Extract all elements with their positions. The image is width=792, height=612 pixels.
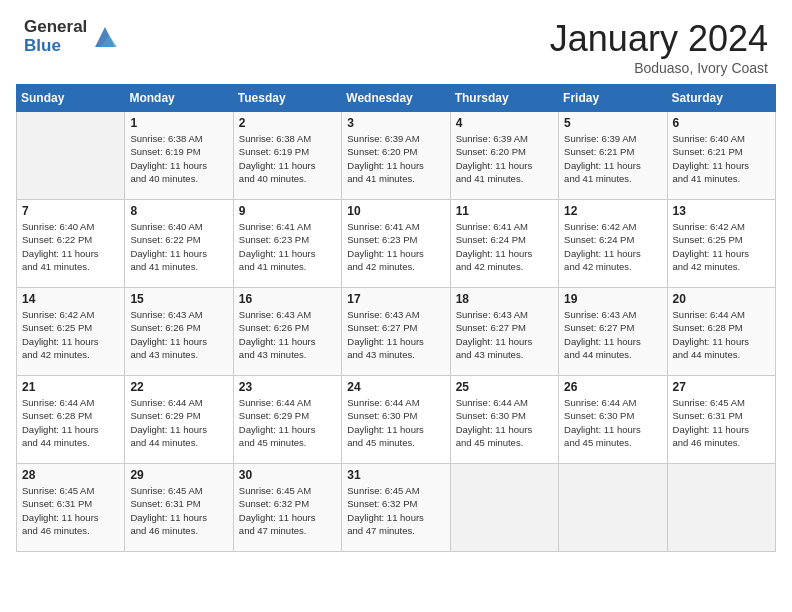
day-number: 17 — [347, 292, 444, 306]
calendar-week-5: 28Sunrise: 6:45 AM Sunset: 6:31 PM Dayli… — [17, 464, 776, 552]
day-number: 23 — [239, 380, 336, 394]
calendar-cell: 9Sunrise: 6:41 AM Sunset: 6:23 PM Daylig… — [233, 200, 341, 288]
calendar-cell: 17Sunrise: 6:43 AM Sunset: 6:27 PM Dayli… — [342, 288, 450, 376]
day-number: 1 — [130, 116, 227, 130]
logo: General Blue — [24, 18, 119, 55]
calendar-cell: 13Sunrise: 6:42 AM Sunset: 6:25 PM Dayli… — [667, 200, 775, 288]
calendar-cell: 31Sunrise: 6:45 AM Sunset: 6:32 PM Dayli… — [342, 464, 450, 552]
location: Boduaso, Ivory Coast — [550, 60, 768, 76]
calendar-cell: 12Sunrise: 6:42 AM Sunset: 6:24 PM Dayli… — [559, 200, 667, 288]
weekday-header-friday: Friday — [559, 85, 667, 112]
day-number: 28 — [22, 468, 119, 482]
day-info: Sunrise: 6:45 AM Sunset: 6:31 PM Dayligh… — [130, 484, 227, 537]
day-info: Sunrise: 6:44 AM Sunset: 6:29 PM Dayligh… — [130, 396, 227, 449]
calendar-body: 1Sunrise: 6:38 AM Sunset: 6:19 PM Daylig… — [17, 112, 776, 552]
calendar-week-2: 7Sunrise: 6:40 AM Sunset: 6:22 PM Daylig… — [17, 200, 776, 288]
calendar-cell: 18Sunrise: 6:43 AM Sunset: 6:27 PM Dayli… — [450, 288, 558, 376]
day-info: Sunrise: 6:40 AM Sunset: 6:21 PM Dayligh… — [673, 132, 770, 185]
weekday-header-saturday: Saturday — [667, 85, 775, 112]
calendar-cell: 26Sunrise: 6:44 AM Sunset: 6:30 PM Dayli… — [559, 376, 667, 464]
day-info: Sunrise: 6:41 AM Sunset: 6:24 PM Dayligh… — [456, 220, 553, 273]
day-number: 8 — [130, 204, 227, 218]
day-info: Sunrise: 6:39 AM Sunset: 6:20 PM Dayligh… — [347, 132, 444, 185]
calendar-cell: 11Sunrise: 6:41 AM Sunset: 6:24 PM Dayli… — [450, 200, 558, 288]
day-info: Sunrise: 6:45 AM Sunset: 6:31 PM Dayligh… — [22, 484, 119, 537]
day-info: Sunrise: 6:44 AM Sunset: 6:28 PM Dayligh… — [673, 308, 770, 361]
day-number: 18 — [456, 292, 553, 306]
calendar-cell: 30Sunrise: 6:45 AM Sunset: 6:32 PM Dayli… — [233, 464, 341, 552]
calendar-cell: 29Sunrise: 6:45 AM Sunset: 6:31 PM Dayli… — [125, 464, 233, 552]
calendar-week-4: 21Sunrise: 6:44 AM Sunset: 6:28 PM Dayli… — [17, 376, 776, 464]
calendar-cell: 14Sunrise: 6:42 AM Sunset: 6:25 PM Dayli… — [17, 288, 125, 376]
day-info: Sunrise: 6:45 AM Sunset: 6:31 PM Dayligh… — [673, 396, 770, 449]
calendar-cell: 23Sunrise: 6:44 AM Sunset: 6:29 PM Dayli… — [233, 376, 341, 464]
logo-general: General — [24, 18, 87, 37]
calendar-cell: 19Sunrise: 6:43 AM Sunset: 6:27 PM Dayli… — [559, 288, 667, 376]
calendar-wrapper: SundayMondayTuesdayWednesdayThursdayFrid… — [0, 84, 792, 568]
calendar-cell: 24Sunrise: 6:44 AM Sunset: 6:30 PM Dayli… — [342, 376, 450, 464]
day-info: Sunrise: 6:45 AM Sunset: 6:32 PM Dayligh… — [347, 484, 444, 537]
calendar-cell: 5Sunrise: 6:39 AM Sunset: 6:21 PM Daylig… — [559, 112, 667, 200]
day-number: 21 — [22, 380, 119, 394]
calendar-cell: 25Sunrise: 6:44 AM Sunset: 6:30 PM Dayli… — [450, 376, 558, 464]
calendar-cell — [450, 464, 558, 552]
day-info: Sunrise: 6:44 AM Sunset: 6:28 PM Dayligh… — [22, 396, 119, 449]
calendar-cell: 21Sunrise: 6:44 AM Sunset: 6:28 PM Dayli… — [17, 376, 125, 464]
logo-blue: Blue — [24, 37, 87, 56]
day-number: 16 — [239, 292, 336, 306]
calendar-cell: 1Sunrise: 6:38 AM Sunset: 6:19 PM Daylig… — [125, 112, 233, 200]
calendar-cell: 2Sunrise: 6:38 AM Sunset: 6:19 PM Daylig… — [233, 112, 341, 200]
day-info: Sunrise: 6:45 AM Sunset: 6:32 PM Dayligh… — [239, 484, 336, 537]
title-block: January 2024 Boduaso, Ivory Coast — [550, 18, 768, 76]
day-number: 11 — [456, 204, 553, 218]
calendar-cell: 15Sunrise: 6:43 AM Sunset: 6:26 PM Dayli… — [125, 288, 233, 376]
day-info: Sunrise: 6:44 AM Sunset: 6:30 PM Dayligh… — [347, 396, 444, 449]
day-number: 24 — [347, 380, 444, 394]
day-number: 19 — [564, 292, 661, 306]
calendar-week-1: 1Sunrise: 6:38 AM Sunset: 6:19 PM Daylig… — [17, 112, 776, 200]
header: General Blue January 2024 Boduaso, Ivory… — [0, 0, 792, 84]
month-title: January 2024 — [550, 18, 768, 60]
calendar-cell: 22Sunrise: 6:44 AM Sunset: 6:29 PM Dayli… — [125, 376, 233, 464]
day-number: 10 — [347, 204, 444, 218]
weekday-header-tuesday: Tuesday — [233, 85, 341, 112]
calendar-cell: 3Sunrise: 6:39 AM Sunset: 6:20 PM Daylig… — [342, 112, 450, 200]
day-number: 15 — [130, 292, 227, 306]
weekday-header-sunday: Sunday — [17, 85, 125, 112]
day-info: Sunrise: 6:40 AM Sunset: 6:22 PM Dayligh… — [22, 220, 119, 273]
calendar-cell: 8Sunrise: 6:40 AM Sunset: 6:22 PM Daylig… — [125, 200, 233, 288]
calendar-cell: 6Sunrise: 6:40 AM Sunset: 6:21 PM Daylig… — [667, 112, 775, 200]
day-info: Sunrise: 6:39 AM Sunset: 6:21 PM Dayligh… — [564, 132, 661, 185]
day-info: Sunrise: 6:42 AM Sunset: 6:25 PM Dayligh… — [673, 220, 770, 273]
calendar-cell: 28Sunrise: 6:45 AM Sunset: 6:31 PM Dayli… — [17, 464, 125, 552]
day-number: 14 — [22, 292, 119, 306]
calendar-cell — [559, 464, 667, 552]
calendar-cell — [667, 464, 775, 552]
day-number: 5 — [564, 116, 661, 130]
weekday-header-thursday: Thursday — [450, 85, 558, 112]
day-info: Sunrise: 6:43 AM Sunset: 6:26 PM Dayligh… — [130, 308, 227, 361]
calendar-cell: 7Sunrise: 6:40 AM Sunset: 6:22 PM Daylig… — [17, 200, 125, 288]
day-info: Sunrise: 6:38 AM Sunset: 6:19 PM Dayligh… — [239, 132, 336, 185]
day-info: Sunrise: 6:40 AM Sunset: 6:22 PM Dayligh… — [130, 220, 227, 273]
day-number: 31 — [347, 468, 444, 482]
calendar-week-3: 14Sunrise: 6:42 AM Sunset: 6:25 PM Dayli… — [17, 288, 776, 376]
weekday-header-monday: Monday — [125, 85, 233, 112]
calendar-cell: 20Sunrise: 6:44 AM Sunset: 6:28 PM Dayli… — [667, 288, 775, 376]
calendar-cell: 16Sunrise: 6:43 AM Sunset: 6:26 PM Dayli… — [233, 288, 341, 376]
day-number: 27 — [673, 380, 770, 394]
day-info: Sunrise: 6:41 AM Sunset: 6:23 PM Dayligh… — [347, 220, 444, 273]
day-number: 4 — [456, 116, 553, 130]
day-number: 29 — [130, 468, 227, 482]
day-info: Sunrise: 6:43 AM Sunset: 6:27 PM Dayligh… — [564, 308, 661, 361]
day-number: 20 — [673, 292, 770, 306]
day-info: Sunrise: 6:43 AM Sunset: 6:27 PM Dayligh… — [347, 308, 444, 361]
day-number: 9 — [239, 204, 336, 218]
day-info: Sunrise: 6:42 AM Sunset: 6:24 PM Dayligh… — [564, 220, 661, 273]
day-info: Sunrise: 6:44 AM Sunset: 6:30 PM Dayligh… — [564, 396, 661, 449]
day-number: 3 — [347, 116, 444, 130]
calendar-cell: 27Sunrise: 6:45 AM Sunset: 6:31 PM Dayli… — [667, 376, 775, 464]
day-info: Sunrise: 6:44 AM Sunset: 6:30 PM Dayligh… — [456, 396, 553, 449]
calendar-cell: 10Sunrise: 6:41 AM Sunset: 6:23 PM Dayli… — [342, 200, 450, 288]
day-number: 26 — [564, 380, 661, 394]
